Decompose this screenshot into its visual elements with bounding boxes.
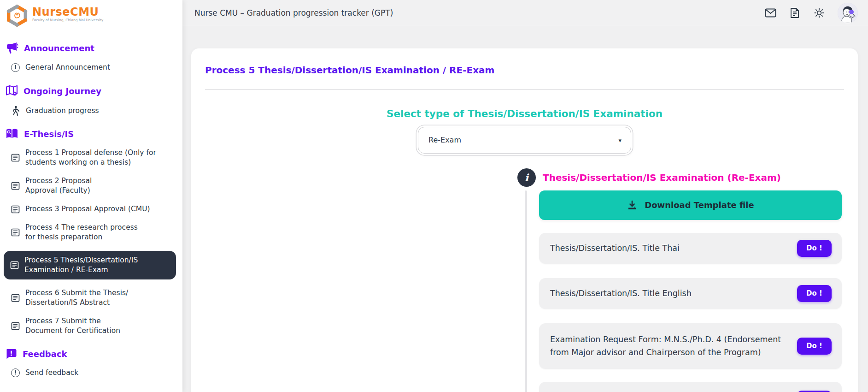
sidebar-item-process-1[interactable]: Process 1 Proposal defense (Only for stu… [5,148,177,167]
alert-circle-icon: ! [11,63,20,72]
brand-hexagon-icon [6,4,29,30]
task-label: Thesis/Dissertation/IS. Title English [550,287,692,300]
task-label: Examination Request Form: M.N.S./Ph.D. 4… [550,333,792,359]
document-icon [11,228,20,237]
walking-icon [11,106,20,116]
task-row-title-thai: Thesis/Dissertation/IS. Title Thai Do ! [539,233,842,264]
do-button[interactable]: Do ! [797,240,832,257]
mail-icon[interactable] [764,7,776,19]
sidebar-section-announcement[interactable]: Announcement [5,42,177,54]
document-icon [11,182,20,190]
sidebar-section-e-thesis[interactable]: E-Thesis/IS [5,128,177,139]
map-icon [6,85,18,97]
timeline-line [525,190,527,392]
app-title: Nurse CMU – Graduation progression track… [194,8,393,18]
sidebar-item-label: Process 2 Proposal Approval (Faculty) [25,176,124,196]
brand-subtitle: Faculty of Nursing, Chiang Mai Universit… [32,18,103,22]
sidebar-item-process-7[interactable]: Process 7 Submit the Document for Certif… [5,316,177,336]
exam-content-column: Download Template file Thesis/Dissertati… [539,190,842,392]
main-area: Process 5 Thesis/Dissertation/IS Examina… [182,26,868,392]
sidebar-item-label: Process 5 Thesis/Dissertation/IS Examina… [24,255,165,275]
document-icon [11,154,20,162]
download-template-button[interactable]: Download Template file [539,190,842,220]
task-row-thesis-approval: Thesis approval Do ! [539,382,842,392]
sidebar-item-label: General Announcement [25,63,110,72]
chat-alert-icon [6,348,17,359]
task-row-title-english: Thesis/Dissertation/IS. Title English Do… [539,278,842,309]
sidebar-item-label: Process 6 Submit the Thesis/ Dissertatio… [25,288,136,308]
exam-type-select[interactable]: Re-Exam ▾ [418,127,631,154]
sidebar-item-label: Process 4 The research process for thesi… [25,223,141,242]
document-icon [11,322,20,330]
document-icon [10,261,19,269]
sidebar-item-label: Process 7 Submit the Document for Certif… [25,316,125,336]
sidebar-item-label: Process 1 Proposal defense (Only for stu… [25,148,166,167]
caret-down-icon: ▾ [618,137,622,143]
file-icon[interactable] [789,7,801,19]
sidebar-item-general-announcement[interactable]: ! General Announcement [5,63,177,72]
document-icon [11,294,20,302]
exam-type-selected-value: Re-Exam [428,136,461,144]
sidebar-item-send-feedback[interactable]: ! Send feedback [5,368,177,378]
exam-section-heading: Thesis/Dissertation/IS Examination (Re-E… [543,168,844,187]
sidebar-section-label: Ongoing Journey [23,86,101,96]
task-row-exam-request-form: Examination Request Form: M.N.S./Ph.D. 4… [539,323,842,369]
download-button-label: Download Template file [645,200,754,210]
sidebar: NurseCMU Faculty of Nursing, Chiang Mai … [0,0,182,392]
sidebar-section-label: Feedback [23,349,67,359]
sidebar-item-process-5[interactable]: Process 5 Thesis/Dissertation/IS Examina… [4,251,176,279]
sidebar-item-label: Send feedback [25,368,78,378]
sidebar-item-label: Process 3 Proposal Approval (CMU) [25,204,150,214]
top-header: Nurse CMU – Graduation progression track… [182,0,868,26]
header-actions [764,3,858,23]
do-button[interactable]: Do ! [797,391,832,392]
task-list: Thesis/Dissertation/IS. Title Thai Do ! … [539,233,842,392]
do-button[interactable]: Do ! [797,285,832,302]
info-icon: i [517,168,536,187]
sidebar-section-label: Announcement [24,43,94,53]
sidebar-section-label: E-Thesis/IS [24,129,74,139]
sidebar-item-process-3[interactable]: Process 3 Proposal Approval (CMU) [5,204,177,214]
task-label: Thesis/Dissertation/IS. Title Thai [550,242,680,255]
page-title: Process 5 Thesis/Dissertation/IS Examina… [205,64,844,76]
megaphone-icon [6,42,18,54]
sidebar-section-ongoing-journey[interactable]: Ongoing Journey [5,85,177,97]
process-card: Process 5 Thesis/Dissertation/IS Examina… [191,48,858,392]
document-icon [11,205,20,214]
sidebar-item-process-2[interactable]: Process 2 Proposal Approval (Faculty) [5,176,177,196]
sidebar-item-graduation-progress[interactable]: Graduation progress [5,106,177,116]
sidebar-item-label: Graduation progress [26,106,99,116]
brand-name: NurseCMU [32,6,103,18]
alert-circle-icon: ! [11,368,20,377]
exam-section: i Thesis/Dissertation/IS Examination (Re… [205,168,844,392]
open-book-icon [6,128,18,139]
sun-icon[interactable] [813,7,825,19]
select-type-heading: Select type of Thesis/Dissertation/IS Ex… [205,107,844,120]
sidebar-section-feedback[interactable]: Feedback [5,348,177,359]
sidebar-item-process-6[interactable]: Process 6 Submit the Thesis/ Dissertatio… [5,288,177,308]
brand-logo[interactable]: NurseCMU Faculty of Nursing, Chiang Mai … [5,3,177,30]
download-icon [627,200,638,211]
do-button[interactable]: Do ! [797,338,832,355]
divider [205,89,844,90]
sidebar-item-process-4[interactable]: Process 4 The research process for thesi… [5,223,177,242]
avatar[interactable] [838,3,858,23]
